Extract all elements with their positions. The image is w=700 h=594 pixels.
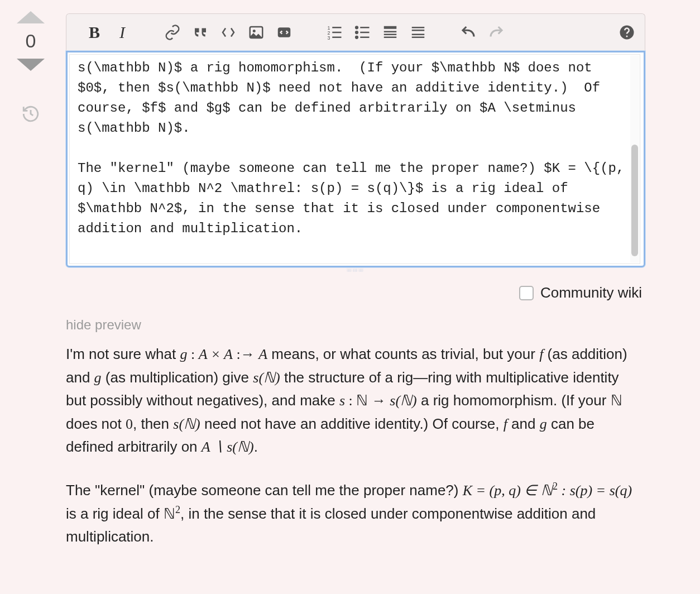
svg-point-10 xyxy=(356,31,358,33)
link-icon xyxy=(164,24,181,41)
quote-icon xyxy=(192,24,209,41)
preview-paragraph: The "kernel" (maybe someone can tell me … xyxy=(66,479,640,549)
svg-text:3: 3 xyxy=(328,35,330,41)
math-K-eq: K = (p, q) ∈ ℕ xyxy=(463,482,553,499)
snippet-icon xyxy=(276,24,293,41)
hr-button[interactable] xyxy=(408,22,428,42)
community-wiki-label: Community wiki xyxy=(540,284,642,301)
italic-button[interactable]: I xyxy=(112,22,132,42)
editor-toolbar: B I xyxy=(66,13,645,51)
redo-button[interactable] xyxy=(486,22,506,42)
editor-container xyxy=(66,51,645,267)
editor-textarea[interactable] xyxy=(70,55,640,264)
link-button[interactable] xyxy=(162,22,183,42)
unordered-list-icon xyxy=(354,24,371,41)
heading-icon xyxy=(382,24,399,41)
hr-icon xyxy=(410,24,426,41)
scrollbar-thumb[interactable] xyxy=(631,145,638,256)
math-A: A xyxy=(258,346,267,362)
ordered-list-icon: 1 2 3 xyxy=(326,24,343,41)
bold-button[interactable]: B xyxy=(84,22,104,42)
image-icon xyxy=(248,24,265,41)
upvote-button[interactable] xyxy=(17,11,45,23)
hide-preview-link[interactable]: hide preview xyxy=(66,301,645,343)
math-g: g xyxy=(180,346,187,362)
code-button[interactable] xyxy=(218,22,238,42)
help-button[interactable] xyxy=(617,22,637,42)
quote-button[interactable] xyxy=(190,22,210,42)
svg-point-1 xyxy=(253,30,256,32)
ordered-list-button[interactable]: 1 2 3 xyxy=(324,22,344,42)
community-wiki-checkbox[interactable] xyxy=(519,286,534,300)
heading-button[interactable] xyxy=(380,22,400,42)
help-icon xyxy=(619,24,635,41)
math-A-setminus-sN: A ∖ s(ℕ) xyxy=(202,439,254,455)
math-AxA: A × A xyxy=(199,346,233,362)
timeline-button[interactable] xyxy=(21,104,40,123)
svg-point-9 xyxy=(356,26,358,28)
undo-button[interactable] xyxy=(458,22,478,42)
svg-point-24 xyxy=(626,35,628,37)
snippet-button[interactable] xyxy=(274,22,294,42)
preview-pane: I'm not sure what g : A × A :→ A means, … xyxy=(66,343,645,549)
scrollbar[interactable] xyxy=(630,55,639,263)
preview-paragraph: I'm not sure what g : A × A :→ A means, … xyxy=(66,343,640,459)
math-N: ℕ xyxy=(356,392,368,409)
downvote-button[interactable] xyxy=(17,59,45,71)
image-button[interactable] xyxy=(246,22,266,42)
math-sN: s(ℕ) xyxy=(253,370,280,386)
history-icon xyxy=(21,104,40,123)
redo-icon xyxy=(488,24,505,41)
code-icon xyxy=(220,24,237,41)
unordered-list-button[interactable] xyxy=(352,22,372,42)
undo-icon xyxy=(460,24,477,41)
svg-point-11 xyxy=(356,36,358,39)
vote-score: 0 xyxy=(26,30,36,52)
